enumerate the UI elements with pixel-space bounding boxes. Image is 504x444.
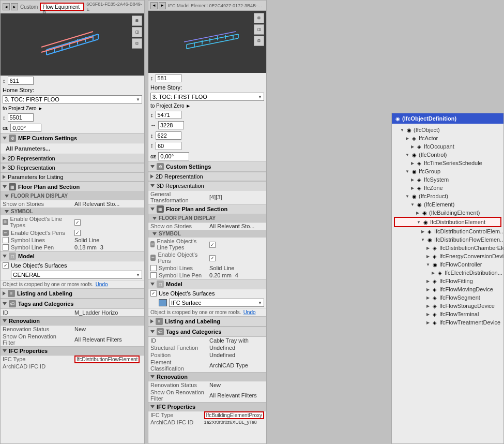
tree-node-n17[interactable]: ▼◉IfcFlowController [394,260,501,269]
mid-rotation-input[interactable]: 0,00° [158,152,189,160]
mid-view-3[interactable]: ⊡ [254,36,264,46]
custom-settings-header[interactable]: ⚙ Custom Settings [148,161,266,172]
nav-right-arrow[interactable]: ► [11,3,18,10]
mid-symbol-lines-cb[interactable] [150,265,157,271]
tree-node-n9[interactable]: ▼◉(IfcProduct) [394,192,501,200]
tree-node-n20[interactable]: ▶◈IfcFlowMovingDevice [394,285,501,293]
mid-nav-right[interactable]: ► [159,2,166,9]
mid-undo-link[interactable]: Undo [243,309,256,315]
tree-node-n6[interactable]: ▼◉IfcGroup [394,167,501,175]
tree-node-n13[interactable]: ▶◈IfcDistributionControlElem... [394,227,501,235]
mid-symbol-header: SYMBOL [148,230,266,238]
mid-ifc-label: IFC Properties [157,404,195,410]
mid-symbol-label: SYMBOL [159,231,181,236]
tags-header-left[interactable]: 🏷 Tags and Categories [1,299,144,309]
view-control-1[interactable]: ⊞ [132,16,142,26]
tree-node-n2[interactable]: ▶◈IfcActor [394,134,501,142]
ifc-tree-root[interactable]: ◉ (IfcObjectDefinition) [392,113,503,124]
tree-node-n18[interactable]: ▶◈IfcElectricDistribution... [394,269,501,277]
use-surfaces-cb-left[interactable] [3,262,9,269]
floor-plan-header-left[interactable]: ▦ Floor Plan and Section [1,182,144,192]
mid-enable-line-types-cb[interactable] [209,242,216,248]
tree-icon-n15: ◈ [431,244,438,251]
model-header-left[interactable]: ◻ Model [1,251,144,261]
mid-archicad-ifc-id-label: ArchiCAD IFC ID [148,419,202,426]
mid-fps-table: Show on Stories All Relevant Sto... [148,223,266,230]
mid-ifc-header[interactable]: IFC Properties [148,402,266,411]
params-listing-header[interactable]: Parameters for Listing [1,172,144,182]
mid-nav-left[interactable]: ◄ [150,2,158,9]
element-type-input[interactable]: Flow Equipment 0 [40,3,84,11]
all-params-row[interactable]: All Parameters... [1,143,144,154]
symbol-line-pen-cb[interactable] [3,244,9,250]
mid-model-header[interactable]: ◻ Model [148,279,266,289]
mid-height-input[interactable]: 622 [156,131,181,140]
tree-node-n14[interactable]: ▼◉IfcDistributionFlowElemen... [394,235,501,244]
view-control-3[interactable]: ⊡ [132,38,142,49]
tree-node-n16[interactable]: ▶◈IfcEnergyConversionDevi... [394,252,501,260]
mid-renovation-header[interactable]: Renovation [148,372,266,381]
home-story-select[interactable]: 3. TOC: FIRST FLOO ▼ [3,95,142,103]
tree-node-n4[interactable]: ▼◉(IfcControl) [394,151,501,159]
tree-node-n15[interactable]: ▶◈IfcDistributionChamberEle... [394,244,501,252]
mid-view-2[interactable]: ◫ [254,24,264,35]
tree-node-n7[interactable]: ▶◈IfcSystem [394,175,501,184]
mid-id-row: ID Cable Tray with [148,337,266,344]
tree-node-n22[interactable]: ▶◈IfcFlowStorageDevice [394,302,501,310]
mid-elevation-icon: ↕ [150,75,154,81]
mid-use-surfaces-cb[interactable] [150,290,157,297]
mid-width-input[interactable]: 3228 [158,121,184,129]
tree-node-n10[interactable]: ▼◉(IfcElement) [394,200,501,209]
tree-node-n12[interactable]: ▼◉IfcDistributionElement [394,217,501,227]
mid-symbol-table: ⊞ Enable Object's Line Types ✏ Enable Ob… [148,238,266,279]
mid-elevation-input[interactable]: 581 [156,74,181,82]
tree-label-n19: IfcFlowFitting [439,278,473,284]
mid-rep-3d-header[interactable]: 3D Representation [148,181,266,190]
mid-enable-pens-cb[interactable] [209,255,216,261]
floor-plan-header-mid[interactable]: ▦ Floor Plan and Section [148,204,266,214]
mid-listing-icon: ≡ [156,318,163,325]
all-params-link[interactable]: All Parameters... [3,144,53,153]
element-class-row: Element Classification ArchiCAD Type [148,359,266,372]
rep-2d-header[interactable]: 2D Representation [1,154,144,163]
mid-listing-header[interactable]: ≡ Listing and Labeling [148,316,266,327]
middle-panel-content: ↕ 581 Home Story: 3. TOC: FIRST FLOO ▼ t… [148,73,266,443]
to-project-zero-input[interactable]: 5501 [8,113,34,122]
mid-to-project-zero-input[interactable]: 5471 [156,111,181,119]
mid-depth-input[interactable]: 60 [156,142,181,150]
rep-3d-header[interactable]: 3D Representation [1,163,144,172]
mid-home-story-select[interactable]: 3. TOC: FIRST FLOO ▼ [150,93,264,101]
renovation-header-left[interactable]: Renovation [1,316,144,325]
structural-function-row: Structural Function Undefined [148,344,266,351]
ifc-header-left[interactable]: IFC Properties [1,346,144,356]
tree-node-n24[interactable]: ▶◈IfcFlowTreatmentDevice [394,318,501,327]
surface-select-left[interactable]: GENERAL ▼ [11,271,142,279]
elevation-input[interactable]: 611 [8,77,34,85]
mep-settings-header[interactable]: ⚙ MEP Custom Settings [1,133,144,143]
mid-tags-header[interactable]: 🏷 Tags and Categories [148,327,266,337]
enable-line-types-cb[interactable] [74,219,81,226]
undo-link-left[interactable]: Undo [96,282,108,287]
mid-surface-select[interactable]: IFC Surface ▼ [169,299,264,307]
mid-view-1[interactable]: ⊞ [254,13,264,23]
view-control-2[interactable]: ◫ [132,27,142,37]
rotation-input[interactable]: 0,00° [10,124,41,132]
tree-expand-n11: ▶ [415,210,421,216]
tree-node-n8[interactable]: ▶◈IfcZone [394,184,501,192]
tree-node-n21[interactable]: ▶◈IfcFlowSegment [394,293,501,302]
enable-pens-cb[interactable] [74,230,81,236]
tree-node-n1[interactable]: ▼◉(IfcObject) [394,126,501,134]
tree-node-n3[interactable]: ▶◈IfcOccupant [394,142,501,151]
nav-left-arrow[interactable]: ◄ [3,3,10,10]
tree-node-n5[interactable]: ▶◈IfcTimeSeriesSchedule [394,159,501,167]
symbol-lines-cb[interactable] [3,237,9,243]
mid-rep-2d-header[interactable]: 2D Representation [148,172,266,181]
symbol-line-pen-label: Symbol Line Pen [11,244,54,250]
tree-node-n11[interactable]: ▶◉(IfcBuildingElement) [394,209,501,217]
listing-header-left[interactable]: ≡ Listing and Labeling [1,288,144,299]
mid-symbol-line-pen-cb[interactable] [150,272,157,278]
mid-symbol-lines-row: Symbol Lines Solid Line [148,264,266,272]
tree-node-n23[interactable]: ▶◈IfcFlowTerminal [394,310,501,318]
tree-icon-n24: ◈ [431,319,438,326]
tree-node-n19[interactable]: ▶◈IfcFlowFitting [394,277,501,285]
